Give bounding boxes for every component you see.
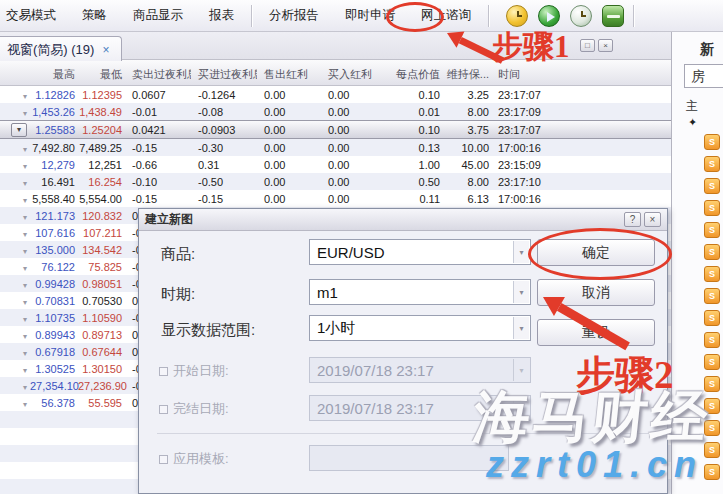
column-header[interactable]: 买进过夜利息 bbox=[191, 60, 257, 85]
column-header[interactable]: 最高 bbox=[30, 60, 78, 85]
table-row[interactable]: ▾1,453.261,438.49-0.01-0.080.000.000.018… bbox=[0, 103, 671, 120]
cell-low: 0.67644 bbox=[78, 346, 125, 358]
cell-high: 16.491 bbox=[30, 176, 78, 188]
cell-dividend-buy: 0.00 bbox=[321, 176, 387, 188]
feed-badge-icon[interactable]: S bbox=[704, 156, 720, 172]
history-clock-icon[interactable] bbox=[570, 5, 592, 27]
cell-low: 12,251 bbox=[78, 159, 125, 171]
feed-badge-icon[interactable]: S bbox=[704, 134, 720, 150]
close-window-button[interactable]: × bbox=[598, 39, 613, 52]
feed-badge-icon[interactable]: S bbox=[704, 310, 720, 326]
feed-badge-icon[interactable]: S bbox=[704, 354, 720, 370]
cell-low: 1.30150 bbox=[78, 363, 125, 375]
chevron-down-icon[interactable]: ▾ bbox=[23, 281, 27, 290]
chevron-down-icon[interactable]: ▾ bbox=[23, 315, 27, 324]
feed-badge-icon[interactable]: S bbox=[704, 178, 720, 194]
symbol-select[interactable]: EUR/USD ▾ bbox=[309, 239, 531, 265]
cell-swap-buy: -0.0903 bbox=[191, 124, 257, 136]
chevron-down-icon[interactable]: ▾ bbox=[23, 349, 27, 358]
menu-item-1[interactable]: 交易模式 bbox=[0, 0, 69, 31]
table-row[interactable]: ▾16.49116.254-0.10-0.500.000.000.508.002… bbox=[0, 173, 671, 190]
cell-low: 27,236.90 bbox=[78, 380, 125, 392]
chevron-down-icon[interactable]: ▾ bbox=[23, 383, 27, 392]
printer-icon[interactable] bbox=[602, 5, 624, 27]
column-header[interactable]: 卖出过夜利息 bbox=[125, 60, 191, 85]
column-header[interactable]: 售出红利 bbox=[257, 60, 321, 85]
feed-badge-icon[interactable]: S bbox=[704, 332, 720, 348]
feed-badge-icon[interactable]: S bbox=[704, 442, 720, 458]
feed-badge-icon[interactable]: S bbox=[704, 244, 720, 260]
chevron-down-icon[interactable]: ▾ bbox=[23, 247, 27, 256]
feed-badge-icon[interactable]: S bbox=[704, 288, 720, 304]
cell-point-value: 0.50 bbox=[387, 176, 443, 188]
tab-quote-window[interactable]: 视窗(简易) (19)× bbox=[0, 36, 122, 61]
play-chart-icon[interactable] bbox=[538, 5, 560, 27]
chevron-down-icon[interactable]: ▾ bbox=[11, 123, 27, 137]
dialog-close-button[interactable]: × bbox=[644, 212, 661, 227]
table-row[interactable]: ▾1.255831.252040.0421-0.09030.000.000.10… bbox=[0, 120, 671, 139]
cell-high: 12,279 bbox=[30, 159, 78, 171]
tab-close-icon[interactable]: × bbox=[102, 43, 109, 57]
table-row[interactable]: ▾12,27912,251-0.660.310.000.001.0045.002… bbox=[0, 156, 671, 173]
chevron-down-icon[interactable]: ▾ bbox=[23, 230, 27, 239]
chevron-down-icon[interactable]: ▾ bbox=[23, 179, 27, 188]
column-header[interactable]: 每点价值 bbox=[387, 60, 443, 85]
chevron-down-icon[interactable]: ▾ bbox=[513, 241, 529, 263]
chevron-down-icon[interactable]: ▾ bbox=[23, 109, 27, 118]
chevron-down-icon[interactable]: ▾ bbox=[23, 145, 27, 154]
chevron-down-icon[interactable]: ▾ bbox=[23, 213, 27, 222]
table-row[interactable]: ▾5,558.405,554.00-0.15-0.150.000.000.116… bbox=[0, 190, 671, 207]
template-checkbox[interactable] bbox=[159, 455, 168, 464]
row-expander-cell: ▾ bbox=[0, 106, 30, 118]
symbol-value: EUR/USD bbox=[317, 244, 385, 261]
chevron-down-icon[interactable]: ▾ bbox=[23, 332, 27, 341]
dialog-help-button[interactable]: ? bbox=[624, 212, 641, 227]
table-row[interactable]: ▾7,492.807,489.25-0.15-0.300.000.000.131… bbox=[0, 139, 671, 156]
period-clock-icon[interactable] bbox=[506, 5, 528, 27]
feed-badge-icon[interactable]: S bbox=[704, 266, 720, 282]
feed-badge-icon[interactable]: S bbox=[704, 464, 720, 480]
range-select[interactable]: 1小时 ▾ bbox=[309, 315, 531, 341]
column-header[interactable]: 最低 bbox=[78, 60, 125, 85]
cell-high: 135.000 bbox=[30, 244, 78, 256]
end-date-checkbox[interactable] bbox=[159, 405, 168, 414]
period-select[interactable]: m1 ▾ bbox=[309, 279, 531, 305]
chevron-down-icon[interactable]: ▾ bbox=[23, 196, 27, 205]
feed-badge-icon[interactable]: S bbox=[704, 420, 720, 436]
restore-window-button[interactable]: □ bbox=[580, 39, 595, 52]
chevron-down-icon[interactable]: ▾ bbox=[513, 317, 529, 339]
chevron-down-icon[interactable]: ▾ bbox=[23, 366, 27, 375]
chevron-down-icon[interactable]: ▾ bbox=[23, 264, 27, 273]
cell-dividend-sell: 0.00 bbox=[257, 176, 321, 188]
row-expander-cell: ▾ bbox=[0, 227, 30, 239]
feed-badge-icon[interactable]: S bbox=[704, 222, 720, 238]
feed-badge-icon[interactable]: S bbox=[704, 200, 720, 216]
cell-time: 23:17:07 bbox=[491, 89, 565, 101]
table-row[interactable]: ▾1.128261.123950.0607-0.12640.000.000.10… bbox=[0, 86, 671, 103]
chevron-down-icon[interactable]: ▾ bbox=[23, 298, 27, 307]
cell-swap-sell: -0.01 bbox=[125, 106, 191, 118]
chevron-down-icon[interactable]: ▾ bbox=[23, 400, 27, 409]
end-date-row: 完结日期: bbox=[159, 400, 229, 418]
side-panel-field[interactable]: 房 bbox=[684, 64, 723, 88]
menu-item-5[interactable]: 分析报告 bbox=[256, 0, 332, 31]
chevron-down-icon[interactable]: ▾ bbox=[23, 162, 27, 171]
row-expander-cell: ▾ bbox=[0, 295, 30, 307]
column-header[interactable]: 维持保... bbox=[443, 60, 491, 85]
menu-item-3[interactable]: 商品显示 bbox=[120, 0, 196, 31]
cell-swap-buy: -0.30 bbox=[191, 142, 257, 154]
chevron-down-icon[interactable]: ▾ bbox=[513, 281, 529, 303]
menu-item-4[interactable]: 报表 bbox=[196, 0, 247, 31]
cell-high: 76.122 bbox=[30, 261, 78, 273]
cell-dividend-sell: 0.00 bbox=[257, 89, 321, 101]
cell-dividend-sell: 0.00 bbox=[257, 106, 321, 118]
cell-dividend-sell: 0.00 bbox=[257, 124, 321, 136]
feed-badge-icon[interactable]: S bbox=[704, 398, 720, 414]
chevron-down-icon[interactable]: ▾ bbox=[23, 92, 27, 101]
start-date-checkbox[interactable] bbox=[159, 367, 168, 376]
cell-high: 121.173 bbox=[30, 210, 78, 222]
column-header[interactable]: 买入红利 bbox=[321, 60, 387, 85]
feed-badge-icon[interactable]: S bbox=[704, 376, 720, 392]
cell-time: 23:15:09 bbox=[491, 159, 565, 171]
menu-item-2[interactable]: 策略 bbox=[69, 0, 120, 31]
